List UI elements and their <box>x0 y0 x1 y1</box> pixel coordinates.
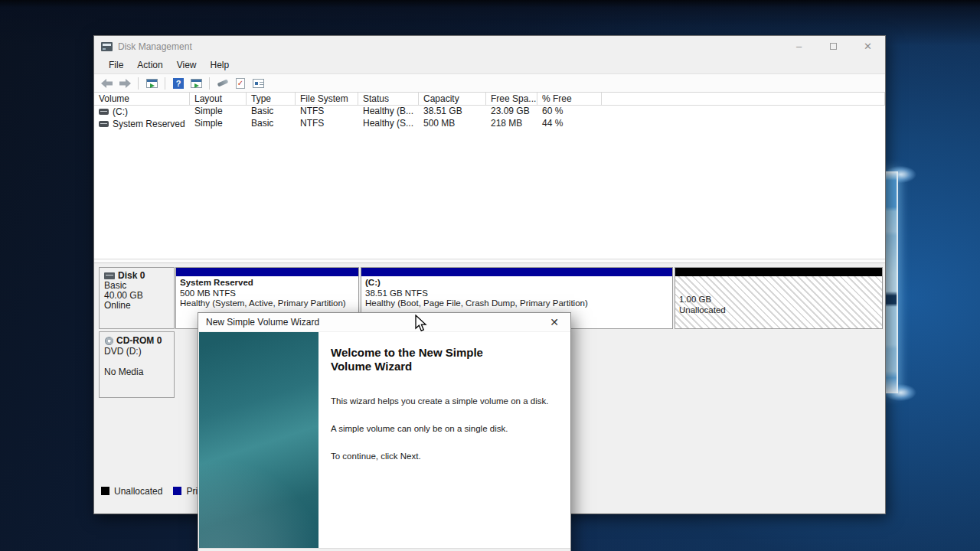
cell-pct: 60 % <box>537 106 602 118</box>
wizard-title-bar[interactable]: New Simple Volume Wizard ✕ <box>198 313 570 332</box>
cell-fs: NTFS <box>296 106 358 118</box>
wizard-heading: Welcome to the New Simple Volume Wizard <box>331 346 518 373</box>
cell-pct: 44 % <box>537 118 602 130</box>
primary-partition-bar <box>361 268 672 276</box>
partition-name: (C:) <box>365 278 672 289</box>
cdrom-drive: DVD (D:) <box>104 346 169 357</box>
disk-management-app-icon <box>101 42 113 51</box>
forward-arrow-icon[interactable] <box>118 77 132 90</box>
legend-swatch-primary <box>173 487 181 495</box>
col-pct-free[interactable]: % Free <box>537 93 602 105</box>
unallocated-bar <box>675 268 882 276</box>
table-row-system-reserved[interactable]: System Reserved Simple Basic NTFS Health… <box>94 118 885 130</box>
properties-icon[interactable] <box>251 77 265 90</box>
check-disk-icon[interactable]: ✓ <box>234 77 247 90</box>
close-button[interactable]: ✕ <box>851 36 885 57</box>
cell-capacity: 500 MB <box>419 118 486 130</box>
wizard-content: Welcome to the New Simple Volume Wizard … <box>318 332 570 548</box>
cell-volume: (C:) <box>113 106 128 118</box>
wizard-footer <box>198 548 570 551</box>
wizard-paragraph: A simple volume can only be on a single … <box>331 424 560 433</box>
maximize-icon <box>830 43 837 50</box>
cell-free: 218 MB <box>486 118 537 130</box>
disk0-label-panel[interactable]: Disk 0 Basic 40.00 GB Online <box>99 267 175 329</box>
partition-status: Healthy (Boot, Page File, Crash Dump, Pr… <box>365 298 672 309</box>
wizard-close-button[interactable]: ✕ <box>546 316 563 328</box>
minimize-button[interactable]: – <box>782 36 816 57</box>
new-simple-volume-wizard-dialog: New Simple Volume Wizard ✕ Welcome to th… <box>198 312 571 551</box>
legend-label: Unallocated <box>114 486 162 497</box>
cdrom-media-status: No Media <box>104 367 169 377</box>
wizard-title: New Simple Volume Wizard <box>206 317 319 328</box>
wizard-sidebar-artwork <box>199 332 318 548</box>
partition-size: 38.51 GB NTFS <box>365 289 672 299</box>
mouse-cursor <box>414 315 430 334</box>
cell-status: Healthy (S... <box>358 118 419 130</box>
console-window-play-icon[interactable] <box>189 77 203 90</box>
wizard-paragraph: To continue, click Next. <box>331 452 560 461</box>
cell-free: 23.09 GB <box>486 106 537 118</box>
col-layout[interactable]: Layout <box>190 93 247 105</box>
window-title: Disk Management <box>118 41 192 52</box>
cd-rom-icon <box>104 337 114 345</box>
partition-status: Healthy (System, Active, Primary Partiti… <box>180 298 358 309</box>
volume-list-header[interactable]: Volume Layout Type File System Status Ca… <box>94 93 885 106</box>
cell-layout: Simple <box>190 118 247 130</box>
wizard-paragraph: This wizard helps you create a simple vo… <box>331 396 560 406</box>
toolbar-separator <box>165 77 165 90</box>
col-empty <box>602 93 885 105</box>
disk-icon <box>104 272 115 279</box>
volume-list: Volume Layout Type File System Status Ca… <box>94 93 885 259</box>
help-icon[interactable]: ? <box>172 77 185 90</box>
cell-volume: System Reserved <box>113 119 185 130</box>
menu-view[interactable]: View <box>170 58 204 72</box>
cell-status: Healthy (B... <box>358 106 419 118</box>
cdrom-name: CD-ROM 0 <box>116 335 162 346</box>
col-volume[interactable]: Volume <box>94 93 190 105</box>
menu-bar: File Action View Help <box>94 57 885 73</box>
menu-help[interactable]: Help <box>204 58 237 72</box>
cell-layout: Simple <box>190 106 247 118</box>
menu-action[interactable]: Action <box>130 58 169 72</box>
partition-size: 500 MB NTFS <box>180 289 358 299</box>
maximize-button[interactable] <box>816 36 851 57</box>
title-bar[interactable]: Disk Management – ✕ <box>94 36 885 57</box>
cell-fs: NTFS <box>296 118 358 130</box>
legend-unallocated: Unallocated <box>101 486 162 497</box>
col-free-space[interactable]: Free Spa... <box>486 93 537 105</box>
cell-type: Basic <box>247 118 296 130</box>
legend-swatch-unallocated <box>101 487 109 495</box>
col-capacity[interactable]: Capacity <box>419 93 486 105</box>
partition-name: System Reserved <box>180 278 358 289</box>
menu-file[interactable]: File <box>102 58 130 72</box>
back-arrow-icon[interactable] <box>100 77 114 90</box>
cdrom-label-panel[interactable]: CD-ROM 0 DVD (D:) No Media <box>99 331 175 398</box>
col-status[interactable]: Status <box>358 93 419 105</box>
windows-logo-wallpaper <box>885 171 898 393</box>
volume-icon <box>99 109 109 115</box>
console-window-icon[interactable] <box>145 77 158 90</box>
partition-unallocated[interactable]: 1.00 GB Unallocated <box>675 267 883 329</box>
cell-type: Basic <box>247 106 296 118</box>
volume-icon <box>99 121 109 127</box>
disk0-status: Online <box>104 301 169 311</box>
toolbar-separator <box>209 77 210 90</box>
col-type[interactable]: Type <box>247 93 296 105</box>
col-file-system[interactable]: File System <box>296 93 358 105</box>
primary-partition-bar <box>176 268 358 276</box>
table-row-c-drive[interactable]: (C:) Simple Basic NTFS Healthy (B... 38.… <box>94 106 885 118</box>
rescan-tool-icon[interactable] <box>216 77 230 90</box>
partition-status: Unallocated <box>679 305 882 316</box>
partition-size: 1.00 GB <box>679 295 882 305</box>
cell-capacity: 38.51 GB <box>419 106 486 118</box>
toolbar: ? ✓ <box>94 73 885 93</box>
toolbar-separator <box>138 77 139 90</box>
